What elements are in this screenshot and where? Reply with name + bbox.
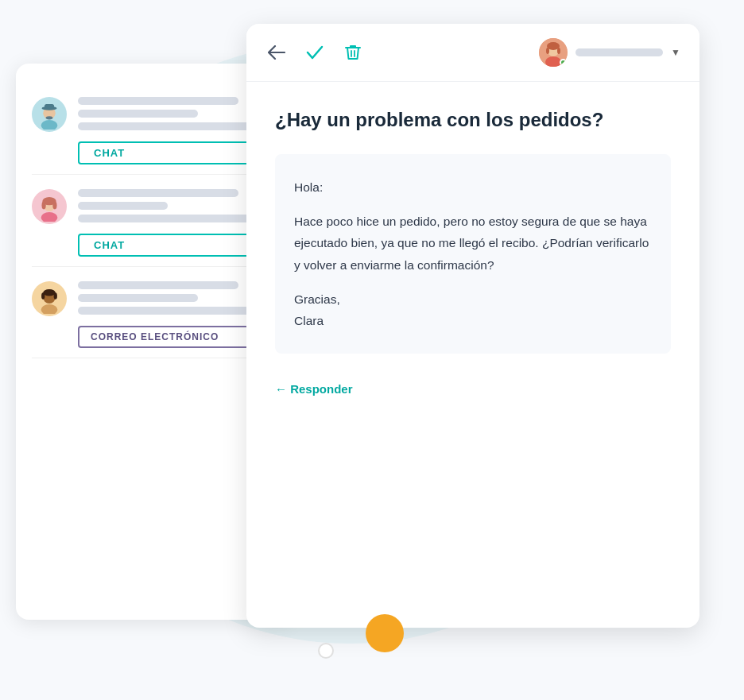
placeholder-line [78, 281, 238, 289]
email-body-text: Hola: Hace poco hice un pedido, pero no … [294, 176, 652, 331]
placeholder-line [78, 189, 238, 197]
agent-avatar [539, 38, 568, 67]
placeholder-line [78, 110, 198, 118]
email-closing: Gracias, Clara [294, 288, 652, 331]
avatar-2 [32, 189, 67, 224]
placeholder-line [78, 215, 258, 222]
delete-button[interactable] [342, 41, 364, 64]
svg-point-5 [46, 116, 53, 119]
toolbar-right: ▼ [539, 38, 680, 67]
placeholder-line [78, 307, 258, 315]
svg-point-15 [43, 289, 56, 296]
svg-point-24 [546, 48, 549, 54]
placeholder-line [78, 97, 238, 105]
inbox-item-3[interactable]: CORREO ELECTRÓNICO [32, 267, 278, 358]
email-paragraph1: Hace poco hice un pedido, pero no estoy … [294, 211, 652, 275]
placeholder-line [78, 202, 168, 210]
detail-toolbar: ▼ [246, 24, 699, 82]
dropdown-arrow-icon[interactable]: ▼ [671, 47, 680, 58]
svg-point-10 [42, 201, 46, 209]
placeholder-line [78, 122, 258, 130]
check-button[interactable] [304, 41, 326, 64]
email-subject: ¿Hay un problema con los pedidos? [275, 107, 671, 132]
svg-point-11 [52, 201, 56, 209]
placeholder-line [78, 294, 198, 302]
svg-rect-4 [45, 104, 54, 110]
online-indicator [560, 59, 567, 66]
decoration-white-dot [318, 643, 334, 659]
decoration-orange-dot [366, 614, 404, 652]
detail-panel: ▼ ¿Hay un problema con los pedidos? Hola… [246, 24, 699, 628]
email-body-box: Hola: Hace poco hice un pedido, pero no … [275, 154, 671, 354]
detail-content: ¿Hay un problema con los pedidos? Hola: … [246, 82, 699, 628]
email-greeting: Hola: [294, 176, 652, 198]
inbox-item-1[interactable]: CHAT [32, 83, 278, 175]
agent-name-bar [575, 48, 663, 56]
svg-point-16 [41, 292, 45, 300]
reply-button[interactable]: ← Responder [275, 376, 671, 402]
avatar-1 [32, 97, 67, 132]
svg-point-17 [54, 292, 57, 300]
avatar-3 [32, 281, 67, 316]
back-button[interactable] [265, 41, 288, 64]
svg-point-25 [557, 48, 560, 54]
inbox-item-2[interactable]: CHAT [32, 175, 278, 267]
